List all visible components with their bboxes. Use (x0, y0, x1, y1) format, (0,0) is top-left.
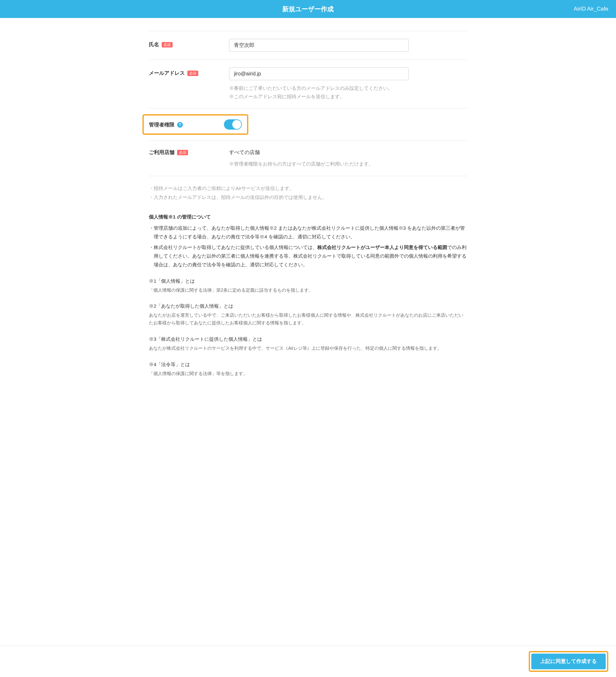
notes-block: ・招待メールはご入力者のご依頼によりAirサービスが送信します。 ・入力されたメ… (149, 184, 467, 202)
admin-toggle[interactable] (224, 119, 242, 130)
admin-highlight: 管理者権限 ? (142, 114, 248, 135)
email-input[interactable] (229, 67, 409, 80)
stores-value: すべての店舗 (229, 148, 467, 156)
email-row: メールアドレス 必須 ※事前にご了承いただいている方のメールアドレスのみ設定して… (149, 60, 467, 108)
policy-title: 個人情報※1 の管理について (149, 213, 467, 221)
toggle-knob (232, 120, 241, 129)
def-4-body: 「個人情報の保護に関する法律」等を指します。 (149, 370, 467, 378)
note-line-1: ・招待メールはご入力者のご依頼によりAirサービスが送信します。 (149, 184, 467, 193)
def-3-body: あなたが株式会社リクルートのサービスを利用する中で、サービス（Airレジ等）上に… (149, 345, 467, 352)
required-badge: 必須 (187, 71, 198, 76)
required-badge: 必須 (177, 150, 188, 155)
required-badge: 必須 (162, 42, 173, 47)
admin-label: 管理者権限 (149, 122, 175, 128)
page-title: 新規ユーザー作成 (282, 5, 334, 13)
stores-label: ご利用店舗 (149, 149, 175, 156)
email-hint-2: ※このメールアドレス宛に招待メールを送信します。 (229, 92, 467, 101)
def-3-title: ※3「株式会社リクルートに提供した個人情報」とは (149, 335, 467, 343)
account-label: AirID Air_Cafe (574, 6, 608, 12)
def-2-title: ※2「あなたが取得した個人情報」とは (149, 302, 467, 310)
def-2-body: あなたがお店を運営している中で、ご来店いただいたお客様から取得したお客様個人に関… (149, 312, 467, 327)
policy-block: 個人情報※1 の管理について 管理店舗の追加によって、あなたが取得した個人情報※… (149, 213, 467, 378)
admin-row: 管理者権限 ? (149, 108, 467, 141)
policy-item-2: 株式会社リクルートが取得してあなたに提供している個人情報については、株式会社リク… (149, 243, 467, 269)
name-input[interactable] (229, 39, 409, 52)
stores-hint: ※管理者権限をお持ちの方はすべての店舗がご利用いただけます。 (229, 160, 467, 168)
email-hint-1: ※事前にご了承いただいている方のメールアドレスのみ設定してください。 (229, 84, 467, 92)
def-1-title: ※1「個人情報」とは (149, 277, 467, 285)
help-icon[interactable]: ? (177, 122, 183, 128)
note-line-2: ・入力されたメールアドレスは、招待メールの送信以外の目的では使用しません。 (149, 193, 467, 202)
page-header: 新規ユーザー作成 AirID Air_Cafe (0, 0, 616, 18)
policy-item-1: 管理店舗の追加によって、あなたが取得した個人情報※2 またはあなたが株式会社リク… (154, 224, 467, 241)
email-label: メールアドレス (149, 70, 185, 77)
name-label: 氏名 (149, 41, 159, 48)
stores-row: ご利用店舗 必須 すべての店舗 ※管理者権限をお持ちの方はすべての店舗がご利用い… (149, 141, 467, 176)
name-row: 氏名 必須 (149, 31, 467, 60)
def-4-title: ※4「法令等」とは (149, 360, 467, 369)
def-1-body: 「個人情報の保護に関する法律」第2条に定める定義に該当するものを指します。 (149, 286, 467, 294)
